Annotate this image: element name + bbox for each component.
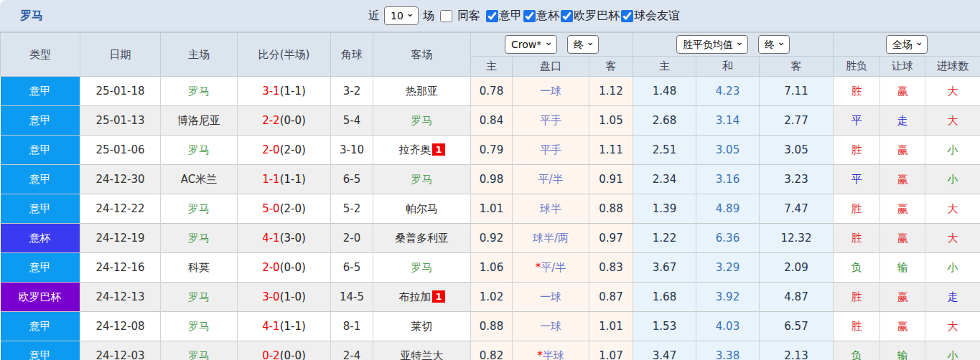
europe-provider-select-wrap: 胜平负均值 (676, 35, 748, 54)
filter-controls: 近 10 场 同客 意甲 意杯 欧罗巴杯 球会友谊 (364, 6, 680, 25)
coppa-checkbox[interactable] (523, 10, 536, 22)
ah-away-odds: 0.88 (589, 194, 633, 224)
col-header-wdl: 胜负 (834, 57, 880, 77)
same-away-label: 同客 (457, 9, 480, 24)
away-team-cell: 罗马 (373, 253, 471, 283)
seriea-label: 意甲 (499, 9, 522, 24)
europa-checkbox[interactable] (561, 10, 573, 22)
result-goals: 小 (925, 341, 980, 360)
away-team-cell: 帕尔马 (373, 194, 471, 224)
handicap-cell: 一球 (513, 77, 589, 106)
result-handicap: 输 (880, 341, 925, 360)
handicap-provider-select[interactable]: Crow* (505, 35, 557, 54)
same-away-filter: 同客 (439, 9, 485, 24)
match-date: 25-01-06 (80, 136, 161, 165)
eu-draw-odds: 3.29 (696, 253, 760, 283)
result-wdl: 平 (834, 165, 880, 194)
result-handicap: 输 (880, 253, 925, 283)
league-type-badge: 意甲 (1, 77, 80, 106)
seriea-checkbox[interactable] (486, 10, 498, 22)
home-team: AC米兰 (161, 165, 238, 194)
result-wdl: 胜 (834, 283, 880, 312)
home-team: 罗马 (161, 77, 238, 106)
match-date: 24-12-16 (80, 253, 161, 283)
eu-draw-odds: 4.23 (696, 77, 760, 106)
ah-home-odds: 0.98 (471, 165, 513, 194)
away-team: 桑普多利亚 (395, 232, 449, 245)
score-cell: 2-2(0-0) (238, 106, 331, 136)
same-away-checkbox[interactable] (440, 10, 452, 22)
recent-count-select[interactable]: 10 (384, 6, 419, 25)
handicap-time-select[interactable]: 终 (567, 35, 599, 54)
eu-away-odds: 12.32 (760, 224, 834, 253)
handicap-cell: 球半/两 (513, 224, 589, 253)
halftime-score: (2-0) (280, 143, 306, 156)
fulltime-score: 0-2 (262, 349, 280, 360)
col-header-score: 比分(半场) (238, 33, 331, 77)
handicap-group-header: Crow* 终 (471, 33, 633, 57)
match-date: 25-01-18 (80, 77, 161, 106)
league-type-badge: 意甲 (1, 312, 80, 341)
score-cell: 5-0(2-0) (238, 194, 331, 224)
col-header-ah-home: 主 (471, 57, 513, 77)
eu-home-odds: 1.48 (633, 77, 696, 106)
ah-home-odds: 0.88 (471, 312, 513, 341)
ah-home-odds: 0.79 (471, 136, 513, 165)
league-type-badge: 欧罗巴杯 (1, 283, 80, 312)
match-row: 意甲 24-12-08 罗马 4-1(1-1) 8-1 莱切 0.88 一球 1… (1, 312, 980, 341)
ah-away-odds: 0.97 (589, 224, 633, 253)
ah-away-odds: 1.11 (589, 136, 633, 165)
result-handicap: 赢 (880, 224, 925, 253)
eu-home-odds: 3.47 (633, 341, 696, 360)
score-cell: 1-1(1-1) (238, 165, 331, 194)
header-group-row: 类型 日期 主场 比分(半场) 角球 客场 Crow* 终 胜平负均值 终 (1, 33, 980, 57)
home-team: 科莫 (161, 253, 238, 283)
result-goals: 小 (925, 136, 980, 165)
ah-away-odds: 1.07 (589, 341, 633, 360)
result-scope-select[interactable]: 全场 (886, 35, 928, 54)
fulltime-score: 2-0 (262, 261, 280, 274)
halftime-score: (1-0) (280, 290, 306, 303)
corners-value: 2-4 (331, 341, 373, 360)
result-handicap: 赢 (880, 312, 925, 341)
match-date: 24-12-30 (80, 165, 161, 194)
col-header-home: 主场 (161, 33, 238, 77)
recent-label: 近 (368, 9, 380, 24)
ah-away-odds: 0.83 (589, 253, 633, 283)
ah-home-odds: 0.84 (471, 106, 513, 136)
league-type-badge: 意甲 (1, 341, 80, 360)
match-row: 意甲 25-01-18 罗马 3-1(1-1) 3-2 热那亚 0.78 一球 … (1, 77, 980, 106)
result-handicap: 赢 (880, 283, 925, 312)
match-row: 意杯 24-12-19 罗马 4-1(3-0) 2-0 桑普多利亚 0.92 球… (1, 224, 980, 253)
col-header-eu-draw: 和 (696, 57, 760, 77)
corners-value: 2-0 (331, 224, 373, 253)
match-row: 意甲 25-01-13 博洛尼亚 2-2(0-0) 5-4 罗马 0.84 平手… (1, 106, 980, 136)
corners-value: 6-5 (331, 165, 373, 194)
handicap-time-select-wrap: 终 (567, 35, 599, 54)
eu-draw-odds: 6.36 (696, 224, 760, 253)
league-filter-coppa: 意杯 (522, 9, 559, 24)
league-type-badge: 意甲 (1, 253, 80, 283)
europe-time-select[interactable]: 终 (758, 35, 790, 54)
friendly-checkbox[interactable] (621, 10, 633, 22)
col-header-eu-home: 主 (633, 57, 696, 77)
matches-label: 场 (423, 9, 434, 24)
europe-provider-select[interactable]: 胜平负均值 (676, 35, 748, 54)
result-goals: 走 (925, 283, 980, 312)
halftime-score: (0-0) (280, 114, 306, 127)
away-team-cell: 布拉加1 (373, 283, 471, 312)
eu-away-odds: 3.23 (760, 165, 834, 194)
col-header-corners: 角球 (331, 33, 373, 77)
eu-away-odds: 6.57 (760, 312, 834, 341)
fulltime-score: 5-0 (262, 202, 280, 215)
away-team-cell: 罗马 (373, 165, 471, 194)
score-cell: 3-0(1-0) (238, 283, 331, 312)
home-team: 罗马 (161, 312, 238, 341)
europe-time-select-wrap: 终 (758, 35, 790, 54)
ah-home-odds: 0.92 (471, 224, 513, 253)
corners-value: 8-1 (331, 312, 373, 341)
eu-home-odds: 1.39 (633, 194, 696, 224)
fulltime-score: 4-1 (262, 232, 280, 245)
handicap-provider-select-wrap: Crow* (505, 35, 557, 54)
fulltime-score: 2-0 (262, 143, 280, 156)
